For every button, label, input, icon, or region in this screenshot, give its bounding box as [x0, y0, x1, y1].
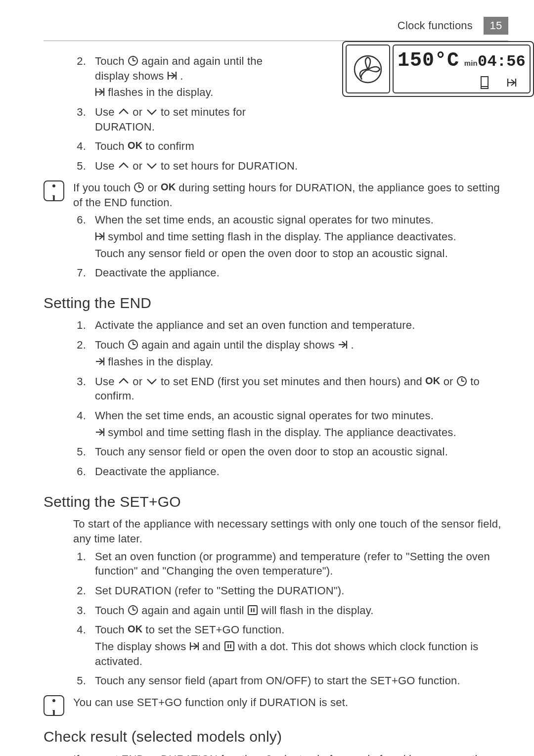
- step-3-text: Use or to set minutes for DURATION.: [95, 105, 296, 134]
- display-info-area: 150°C min04:56: [393, 44, 531, 93]
- step-num: 5.: [73, 159, 95, 176]
- clock-icon: [456, 376, 467, 387]
- page-header: Clock functions 15: [0, 0, 534, 35]
- sg-1: Set an oven function (or programme) and …: [95, 549, 508, 578]
- heading-setgo: Setting the SET+GO: [44, 492, 508, 512]
- end-2b: flashes in the display.: [95, 355, 508, 369]
- end-4a: When the set time ends, an acoustic sign…: [95, 408, 508, 423]
- fan-icon: [353, 54, 383, 84]
- info-1-text: If you touch or during setting hours for…: [73, 180, 508, 210]
- chevron-down-icon: [146, 106, 158, 117]
- end-icon: [95, 427, 105, 438]
- ok-icon: [128, 140, 142, 151]
- heading-check: Check result (selected models only): [44, 727, 508, 747]
- step-num: 2.: [73, 54, 95, 102]
- ok-icon: [128, 624, 142, 635]
- sg-2: Set DURATION (refer to "Setting the DURA…: [95, 583, 508, 598]
- duration-icon: [95, 87, 105, 97]
- step-5-text: Use or to set hours for DURATION.: [95, 159, 508, 174]
- step-6a: When the set time ends, an acoustic sign…: [95, 213, 508, 227]
- duration-icon: [167, 70, 177, 81]
- end-3: Use or to set END (first you set minutes…: [95, 374, 508, 403]
- end-6: Deactivate the appliance.: [95, 464, 508, 479]
- end-2: Touch again and again until the display …: [95, 338, 508, 353]
- step-7: Deactivate the appliance.: [95, 266, 508, 280]
- step-num: 7.: [73, 266, 95, 282]
- clock-icon: [128, 605, 138, 616]
- step-num: 1.: [73, 549, 95, 580]
- step-2-sub: flashes in the display.: [95, 85, 296, 100]
- duration-icon: [189, 641, 199, 652]
- step-6b: symbol and time setting flash in the dis…: [95, 229, 508, 244]
- info-icon: ı: [44, 180, 64, 201]
- step-num: 3.: [73, 105, 95, 136]
- sg-3: Touch again and again until will flash i…: [95, 603, 508, 618]
- display-min-label: min: [464, 59, 478, 67]
- clock-icon: [128, 55, 138, 66]
- ok-icon: [425, 376, 440, 387]
- display-time: 04:56: [478, 52, 526, 71]
- pause-box-icon: [247, 605, 258, 616]
- ok-icon: [161, 182, 176, 193]
- end-5: Touch any sensor field or open the oven …: [95, 445, 508, 459]
- step-6c: Touch any sensor field or open the oven …: [95, 246, 508, 261]
- step-num: 6.: [73, 464, 95, 481]
- page-number: 15: [484, 17, 508, 35]
- step-num: 2.: [73, 338, 95, 371]
- step-num: 4.: [73, 623, 95, 670]
- clock-icon: [134, 182, 144, 193]
- step-num: 1.: [73, 318, 95, 335]
- clock-icon: [128, 339, 138, 350]
- end-4b: symbol and time setting flash in the dis…: [95, 425, 508, 440]
- step-num: 3.: [73, 374, 95, 405]
- info-2-text: You can use SET+GO function only if DURA…: [73, 695, 508, 710]
- step-num: 4.: [73, 408, 95, 442]
- content: 150°C min04:56 2. Touch again and again …: [0, 41, 534, 756]
- chevron-up-icon: [118, 376, 130, 387]
- display-fan-area: [346, 44, 390, 93]
- step-2-text: Touch again and again until the display …: [95, 54, 296, 83]
- check-body: If you set END or DURATION function, 2 m…: [44, 752, 508, 756]
- display-rect-icon: [480, 76, 489, 89]
- step-num: 5.: [73, 445, 95, 461]
- pause-box-icon: [224, 641, 235, 652]
- sg-5: Touch any sensor field (apart from ON/OF…: [95, 673, 508, 688]
- chevron-down-icon: [146, 376, 158, 387]
- step-num: 6.: [73, 213, 95, 263]
- step-num: 2.: [73, 583, 95, 600]
- step-num: 3.: [73, 603, 95, 620]
- chevron-up-icon: [118, 160, 130, 171]
- step-num: 4.: [73, 139, 95, 156]
- heading-end: Setting the END: [44, 293, 508, 313]
- display-temperature: 150°C: [398, 47, 459, 74]
- end-icon: [338, 339, 348, 350]
- step-num: 5.: [73, 673, 95, 690]
- step-4-text: Touch to confirm: [95, 139, 508, 154]
- sg-4a: Touch to set the SET+GO function.: [95, 623, 508, 637]
- end-1: Activate the appliance and set an oven f…: [95, 318, 508, 333]
- sg-4b: The display shows and with a dot. This d…: [95, 639, 508, 668]
- end-icon: [95, 356, 105, 367]
- header-title: Clock functions: [398, 18, 473, 33]
- chevron-up-icon: [118, 106, 130, 117]
- setgo-intro: To start of the appliance with necessary…: [44, 517, 508, 546]
- display-duration-icon: [507, 77, 517, 88]
- chevron-down-icon: [146, 160, 158, 171]
- info-icon: ı: [44, 695, 64, 716]
- duration-icon: [95, 231, 105, 242]
- oven-display-panel: 150°C min04:56: [342, 41, 534, 97]
